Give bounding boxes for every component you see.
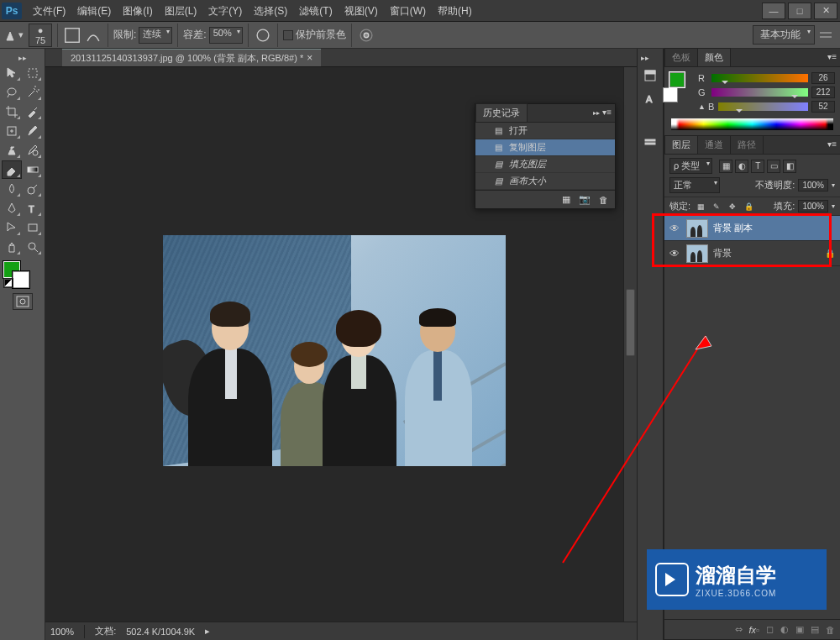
gradient-tool[interactable] — [23, 160, 43, 179]
history-item[interactable]: ▤ 填充图层 — [475, 156, 615, 173]
eraser-tool[interactable] — [2, 160, 22, 179]
menu-file[interactable]: 文件(F) — [27, 0, 71, 22]
history-item[interactable]: ▤ 复制图层 — [475, 139, 615, 156]
color-tab[interactable]: 颜色 — [697, 48, 731, 66]
document-tab[interactable]: 20131125140313937.jpg @ 100% (背景 副本, RGB… — [62, 49, 321, 66]
b-slider[interactable] — [718, 102, 808, 111]
color-swatches[interactable] — [3, 261, 41, 288]
menu-window[interactable]: 窗口(W) — [384, 0, 432, 22]
close-button[interactable]: ✕ — [814, 3, 837, 19]
collapse-panels-icon[interactable] — [820, 31, 832, 39]
panel-bg-color[interactable] — [663, 87, 678, 102]
history-snapshot-icon[interactable]: ▦ — [562, 194, 570, 205]
tab-close-icon[interactable]: × — [307, 49, 312, 67]
filter-type-icon[interactable]: T — [751, 160, 764, 173]
brush-panel-icon[interactable] — [63, 26, 81, 45]
menu-layer[interactable]: 图层(L) — [159, 0, 203, 22]
r-value[interactable]: 26 — [811, 72, 835, 84]
path-select-tool[interactable] — [2, 218, 22, 237]
g-value[interactable]: 212 — [811, 87, 835, 98]
lock-all-icon[interactable]: 🔒 — [743, 201, 754, 212]
layer-item[interactable]: 👁 背景 副本 — [664, 216, 840, 241]
blend-mode-select[interactable]: 正常 — [669, 177, 720, 193]
zoom-level[interactable]: 100% — [50, 627, 74, 637]
b-value[interactable]: 52 — [811, 101, 835, 113]
menu-view[interactable]: 视图(V) — [339, 0, 384, 22]
layer-filter-kind[interactable]: ρ 类型 — [669, 158, 712, 174]
doc-info-arrow-icon[interactable]: ▸ — [205, 626, 210, 637]
rectangle-tool[interactable] — [23, 218, 43, 237]
image-canvas[interactable] — [163, 235, 506, 466]
swatches-tab[interactable]: 色板 — [664, 48, 698, 66]
magic-wand-tool[interactable] — [23, 83, 43, 102]
color-panel-menu-icon[interactable]: ▾≡ — [827, 52, 837, 61]
layer-name[interactable]: 背景 — [713, 247, 732, 260]
hand-tool[interactable] — [2, 238, 22, 256]
layer-fx-icon[interactable]: fx▫ — [749, 625, 759, 635]
filter-adjust-icon[interactable]: ◐ — [735, 160, 748, 173]
brush-preset[interactable]: ●75 — [29, 24, 52, 47]
panel-fg-color[interactable] — [669, 72, 685, 87]
eyedropper-tool[interactable] — [23, 102, 43, 121]
new-layer-icon[interactable]: ▤ — [811, 624, 819, 635]
delete-layer-icon[interactable]: 🗑 — [826, 625, 835, 635]
menu-type[interactable]: 文字(Y) — [202, 0, 248, 22]
brush-tool[interactable] — [23, 122, 43, 140]
crop-tool[interactable] — [2, 102, 22, 121]
dock-icon-3[interactable] — [640, 133, 660, 153]
opacity-value[interactable]: 100% — [798, 179, 828, 191]
healing-brush-tool[interactable] — [2, 122, 22, 140]
filter-shape-icon[interactable]: ▭ — [767, 160, 780, 173]
r-slider[interactable] — [711, 74, 808, 82]
lock-position-icon[interactable]: ✥ — [727, 201, 738, 212]
pressure-size-icon[interactable] — [357, 26, 375, 45]
lasso-tool[interactable] — [2, 83, 22, 102]
history-collapse-icon[interactable]: ▸▸ — [593, 109, 600, 117]
paths-tab[interactable]: 路径 — [730, 135, 764, 154]
minimize-button[interactable]: — — [762, 3, 785, 19]
link-layers-icon[interactable]: ⇔ — [735, 624, 743, 635]
history-delete-icon[interactable]: 🗑 — [599, 195, 608, 205]
type-tool[interactable]: T — [23, 199, 43, 218]
color-ramp[interactable] — [671, 118, 833, 130]
history-camera-icon[interactable]: 📷 — [579, 194, 591, 205]
dock-icon-1[interactable] — [640, 66, 660, 86]
blur-tool[interactable] — [2, 180, 22, 198]
layers-panel-menu-icon[interactable]: ▾≡ — [827, 139, 837, 149]
layer-group-icon[interactable]: ▣ — [795, 624, 804, 635]
history-panel[interactable]: 历史记录 ▸▸ ▾≡ ▤ 打开 ▤ 复制图层 ▤ 填充图层 ▤ 画布大小 ▦ 📷… — [475, 103, 616, 209]
workspace-select[interactable]: 基本功能 — [753, 25, 815, 45]
fill-value[interactable]: 100% — [798, 200, 828, 212]
menu-filter[interactable]: 滤镜(T) — [293, 0, 338, 22]
default-colors-icon[interactable] — [3, 278, 13, 288]
clone-stamp-tool[interactable] — [2, 141, 22, 160]
lock-paint-icon[interactable]: ✎ — [711, 201, 722, 212]
filter-pixel-icon[interactable]: ▦ — [719, 160, 732, 173]
layer-name[interactable]: 背景 副本 — [713, 222, 753, 234]
adjustment-layer-icon[interactable]: ◐ — [780, 624, 789, 635]
dock-icon-2[interactable]: A — [640, 89, 660, 109]
filter-smart-icon[interactable]: ◧ — [783, 160, 796, 173]
visibility-icon[interactable]: 👁 — [669, 223, 681, 234]
dodge-tool[interactable] — [23, 180, 43, 198]
zoom-tool[interactable] — [23, 238, 43, 256]
history-item[interactable]: ▤ 打开 — [475, 123, 615, 139]
tolerance-select[interactable]: 50% — [209, 27, 243, 44]
vertical-scrollbar[interactable] — [623, 67, 637, 622]
layer-item[interactable]: 👁 背景 🔒 — [664, 241, 840, 266]
history-panel-menu-icon[interactable]: ▾≡ — [602, 108, 612, 117]
background-color[interactable] — [13, 271, 29, 288]
toolbar-collapse-icon[interactable]: ▸▸ — [0, 52, 45, 64]
rect-marquee-tool[interactable] — [23, 64, 43, 82]
tool-preset-icon[interactable]: ▾ — [5, 26, 24, 45]
g-slider[interactable] — [711, 88, 808, 97]
visibility-icon[interactable]: 👁 — [669, 248, 681, 260]
history-item[interactable]: ▤ 画布大小 — [475, 173, 615, 190]
limit-select[interactable]: 连续 — [139, 27, 172, 44]
protect-fg-checkbox[interactable] — [283, 30, 293, 40]
quick-mask-button[interactable] — [13, 293, 33, 310]
layer-thumbnail[interactable] — [686, 244, 708, 263]
menu-image[interactable]: 图像(I) — [117, 0, 158, 22]
lock-transparent-icon[interactable]: ▦ — [695, 201, 706, 212]
move-tool[interactable] — [2, 64, 22, 82]
